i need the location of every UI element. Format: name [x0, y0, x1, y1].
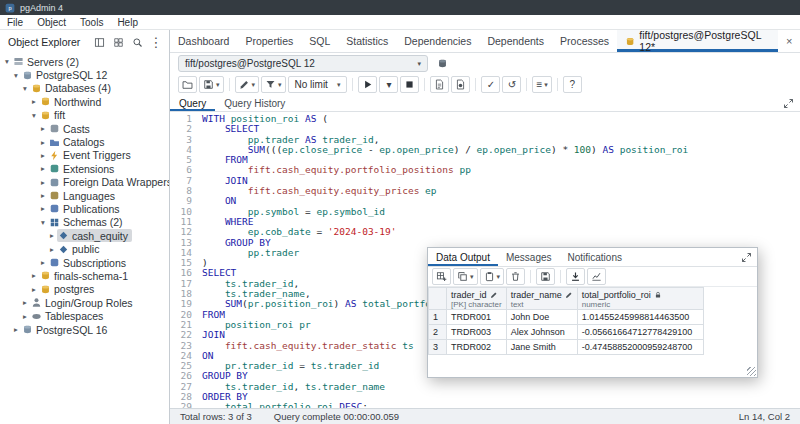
expander-icon[interactable]: ▸: [38, 164, 48, 173]
macros-button[interactable]: ≡▾: [532, 76, 551, 93]
tab-query-tool[interactable]: fift/postgres@PostgreSQL 12*: [617, 30, 778, 52]
tree-node-event-triggers[interactable]: ▸Event Triggers: [0, 149, 169, 162]
tree-node-content[interactable]: Extensions: [48, 162, 118, 175]
tree-node-subscriptions[interactable]: ▸Subscriptions: [0, 256, 169, 269]
tree-node-content[interactable]: PostgreSQL 16: [21, 323, 111, 336]
search-objects-button[interactable]: [129, 34, 145, 50]
expander-icon[interactable]: ▾: [38, 218, 48, 227]
tree-node-content[interactable]: Subscriptions: [48, 256, 130, 269]
close-panel-button[interactable]: ×: [778, 30, 800, 52]
tree-node-fift[interactable]: ▾fift: [0, 109, 169, 122]
grid-cell[interactable]: Alex Johnson: [506, 325, 577, 340]
connection-select[interactable]: fift/postgres@PostgreSQL 12 ▾: [178, 55, 428, 72]
tree-node-catalogs[interactable]: ▸Catalogs: [0, 135, 169, 148]
tab-query-history[interactable]: Query History: [215, 95, 294, 111]
graph-visualiser-button[interactable]: [587, 268, 606, 285]
expander-icon[interactable]: ▾: [20, 84, 30, 93]
expander-icon[interactable]: ▸: [11, 325, 21, 334]
edit-button[interactable]: ▾: [235, 76, 260, 93]
download-csv-button[interactable]: [566, 268, 585, 285]
expander-icon[interactable]: ▸: [47, 231, 57, 240]
grid-cell[interactable]: TRDR001: [447, 310, 507, 325]
menu-file[interactable]: File: [0, 17, 30, 28]
tab-processes[interactable]: Processes: [552, 30, 617, 52]
expander-icon[interactable]: ▸: [38, 124, 48, 133]
tree-node-publications[interactable]: ▸Publications: [0, 202, 169, 215]
tab-sql[interactable]: SQL: [301, 30, 338, 52]
tree-node-content[interactable]: Servers (2): [12, 55, 83, 68]
row-number[interactable]: 3: [429, 340, 447, 355]
tree-node-northwind[interactable]: ▸Northwind: [0, 95, 169, 108]
grid-cell[interactable]: John Doe: [506, 310, 577, 325]
add-row-button[interactable]: [432, 268, 451, 285]
expander-icon[interactable]: ▸: [20, 298, 30, 307]
grid-cell[interactable]: Jane Smith: [506, 340, 577, 355]
execute-options-button[interactable]: ▾: [379, 76, 398, 93]
column-header-trader-id[interactable]: trader_id[PK] character: [447, 288, 507, 310]
explain-button[interactable]: [430, 76, 449, 93]
expand-output-button[interactable]: [738, 249, 754, 265]
panels-grid-button[interactable]: [110, 34, 126, 50]
tree-node-content[interactable]: Tablespaces: [30, 310, 107, 323]
row-number[interactable]: 1: [429, 310, 447, 325]
tree-node-databases-4[interactable]: ▾Databases (4): [0, 82, 169, 95]
expander-icon[interactable]: ▸: [29, 271, 39, 280]
save-data-button[interactable]: [536, 268, 555, 285]
tree-node-content[interactable]: public: [57, 243, 103, 256]
grid-cell[interactable]: TRDR002: [447, 340, 507, 355]
open-file-button[interactable]: [178, 76, 197, 93]
expander-icon[interactable]: ▸: [38, 151, 48, 160]
expander-icon[interactable]: ▸: [38, 191, 48, 200]
expander-icon[interactable]: ▾: [11, 71, 21, 80]
rollback-button[interactable]: ↺: [502, 76, 521, 93]
tree-node-postgresql-16[interactable]: ▸PostgreSQL 16: [0, 323, 169, 336]
panel-layout-button[interactable]: [91, 34, 107, 50]
expander-icon[interactable]: ▸: [29, 97, 39, 106]
tree-node-schemas-2[interactable]: ▾Schemas (2): [0, 216, 169, 229]
grid-cell[interactable]: 1.01455245998814463500: [577, 310, 703, 325]
results-grid[interactable]: trader_id[PK] charactertrader_nametextto…: [428, 287, 757, 377]
new-connection-button[interactable]: [434, 56, 450, 72]
tree-node-postgresql-12[interactable]: ▾PostgreSQL 12: [0, 68, 169, 81]
commit-button[interactable]: ✓: [481, 76, 500, 93]
menu-tools[interactable]: Tools: [73, 17, 110, 28]
tree-node-languages[interactable]: ▸Languages: [0, 189, 169, 202]
menu-object[interactable]: Object: [30, 17, 73, 28]
tree-node-content[interactable]: Catalogs: [48, 136, 108, 149]
tree-node-content[interactable]: Publications: [48, 202, 124, 215]
expand-editor-button[interactable]: [780, 95, 796, 111]
help-button[interactable]: ?: [563, 76, 582, 93]
save-file-button[interactable]: ▾: [199, 76, 224, 93]
tree-node-tablespaces[interactable]: ▸Tablespaces: [0, 309, 169, 322]
grid-cell[interactable]: TRDR003: [447, 325, 507, 340]
tab-dependents[interactable]: Dependents: [479, 30, 552, 52]
tree-node-content[interactable]: cash_equity: [57, 229, 132, 242]
tree-node-content[interactable]: finals-schema-1: [39, 269, 132, 282]
tree-node-content[interactable]: Login/Group Roles: [30, 296, 137, 309]
delete-row-button[interactable]: [506, 268, 525, 285]
resize-grip[interactable]: [747, 367, 756, 376]
tree-node-foreign-data-wrappers[interactable]: ▸Foreign Data Wrappers: [0, 176, 169, 189]
tree-node-content[interactable]: Schemas (2): [48, 216, 127, 229]
copy-button[interactable]: ▾: [453, 268, 478, 285]
filter-button[interactable]: ▾: [261, 76, 286, 93]
expander-icon[interactable]: ▸: [47, 245, 57, 254]
grid-select-all-corner[interactable]: [429, 288, 447, 310]
tree-node-finals-schema-1[interactable]: ▸finals-schema-1: [0, 269, 169, 282]
grid-cell[interactable]: -0.05661664712778429100: [577, 325, 703, 340]
execute-script-button[interactable]: [358, 76, 377, 93]
tree-node-content[interactable]: Northwind: [39, 95, 105, 108]
expander-icon[interactable]: ▸: [38, 204, 48, 213]
paste-button[interactable]: ▾: [480, 268, 505, 285]
row-number[interactable]: 2: [429, 325, 447, 340]
tab-statistics[interactable]: Statistics: [338, 30, 396, 52]
explain-analyze-button[interactable]: [451, 76, 470, 93]
tree-node-extensions[interactable]: ▸Extensions: [0, 162, 169, 175]
tab-properties[interactable]: Properties: [237, 30, 301, 52]
expander-icon[interactable]: ▸: [20, 312, 30, 321]
expander-icon[interactable]: ▸: [38, 138, 48, 147]
grid-cell[interactable]: -0.47458852000959248700: [577, 340, 703, 355]
tree-node-content[interactable]: fift: [39, 109, 69, 122]
explorer-menu-button[interactable]: ⋮: [148, 34, 164, 50]
expander-icon[interactable]: ▾: [29, 111, 39, 120]
